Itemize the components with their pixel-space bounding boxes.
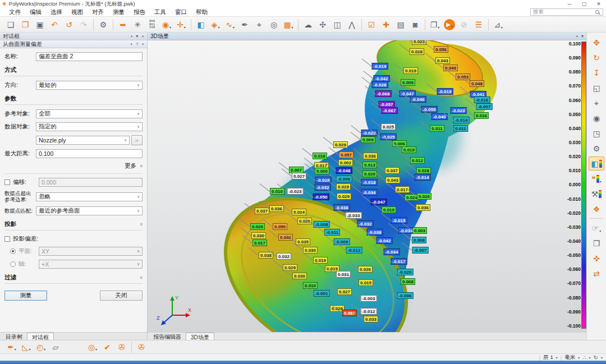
redo-icon[interactable]: ↷: [77, 18, 90, 31]
zoom-region-icon[interactable]: ◱: [589, 81, 604, 95]
zoom-hand-icon[interactable]: ⌖: [589, 96, 604, 110]
workspace-options-icon[interactable]: ⚙: [97, 18, 110, 31]
target-check-icon[interactable]: ✔: [100, 341, 114, 353]
zoom-analysis-icon[interactable]: ◎: [267, 18, 281, 31]
macro-window-icon[interactable]: ▦▾: [282, 18, 295, 31]
layer-selector[interactable]: 层 1: [543, 354, 553, 361]
close-dialog-button[interactable]: 关闭: [100, 291, 143, 301]
viewport-pin-icon[interactable]: ▪: [576, 34, 578, 39]
import-object-icon[interactable]: ➥: [116, 18, 130, 31]
direction-select[interactable]: 最短的∨: [36, 81, 143, 90]
robot-arm-icon[interactable]: ✇: [135, 341, 148, 353]
pin-icon[interactable]: ▪: [131, 34, 132, 39]
robot-arm-play-icon[interactable]: ✇: [115, 341, 128, 353]
dialog-help-icon[interactable]: ?: [136, 42, 138, 47]
clipping-cube-icon[interactable]: ◳: [589, 126, 604, 140]
dropdown-caret-icon[interactable]: ▾: [95, 347, 97, 351]
project-deviations-checkbox[interactable]: [4, 236, 10, 242]
align-star-icon[interactable]: ✳: [131, 18, 144, 31]
data-objects-select[interactable]: 指定的∨: [36, 122, 143, 131]
minimize-button[interactable]: ─: [562, 1, 577, 7]
camera-icon[interactable]: ◙: [408, 18, 422, 31]
edit-color-scale-icon[interactable]: ⚒: [589, 187, 604, 201]
points-display-icon[interactable]: ∴: [582, 354, 586, 361]
maximize-button[interactable]: ▢: [577, 1, 591, 7]
chevron-down-icon[interactable]: ▾: [578, 356, 580, 360]
viewport-caret-icon[interactable]: ▾: [581, 34, 584, 39]
menu-item-5[interactable]: 测量: [108, 8, 129, 16]
dialog-close-icon[interactable]: ×: [141, 42, 144, 47]
curve-analysis-icon[interactable]: ∿▾: [223, 18, 237, 31]
menu-item-9[interactable]: 帮助: [191, 8, 212, 16]
menu-item-1[interactable]: 编辑: [25, 8, 46, 16]
probe-tool-icon[interactable]: ✒▾: [5, 341, 19, 353]
menu-item-6[interactable]: 报告: [129, 8, 150, 16]
open-project-icon[interactable]: ❒: [19, 18, 32, 31]
chevron-down-icon[interactable]: ▾: [556, 356, 558, 360]
reference-objects-select[interactable]: 全部∨: [36, 109, 143, 118]
left-panel-tab[interactable]: 目录树: [1, 333, 27, 340]
dropdown-caret-icon[interactable]: ▾: [15, 347, 16, 351]
move-annotations-icon[interactable]: ❖: [589, 202, 604, 216]
name-input[interactable]: 偏差至曲面 2: [36, 52, 143, 61]
sequence-list-icon[interactable]: ☰: [472, 18, 485, 31]
flip-normals-icon[interactable]: ⇄: [589, 266, 604, 280]
chevron-down-icon[interactable]: ▾: [589, 356, 591, 360]
dropdown-caret-icon[interactable]: ▾: [184, 25, 186, 29]
caliper-icon[interactable]: ⋀: [345, 18, 359, 31]
probe-pen-icon[interactable]: ✒: [238, 18, 251, 31]
report-document-icon[interactable]: ❐▾: [428, 18, 442, 31]
color-scale-bar[interactable]: [581, 42, 586, 329]
play-inspection-icon[interactable]: ▶▾: [444, 19, 455, 30]
search-icon[interactable]: [595, 10, 599, 14]
search-input[interactable]: 搜索: [530, 8, 603, 16]
panel-menu-caret-icon[interactable]: ▾: [136, 34, 138, 39]
data-object-picker-select[interactable]: Nozzle.ply∨: [36, 136, 130, 145]
annotation-colorbar-icon[interactable]: ❝▾: [589, 172, 604, 186]
color-cube-icon[interactable]: ◧: [194, 18, 208, 31]
undo-icon[interactable]: ↶: [48, 18, 61, 31]
stop-hand-icon[interactable]: ⊘: [457, 18, 471, 31]
spray-gauge-icon[interactable]: ✣: [316, 18, 329, 31]
pick-object-button[interactable]: ☞: [131, 135, 143, 145]
align-view-to-plane-icon[interactable]: ↧: [589, 66, 604, 80]
panel-close-icon[interactable]: ×: [141, 34, 144, 39]
chart-plot-icon[interactable]: ⊿▾: [492, 18, 505, 31]
dropdown-caret-icon[interactable]: ▾: [218, 25, 219, 29]
chevron-down-icon[interactable]: ▾: [601, 356, 603, 360]
menu-item-0[interactable]: 文件: [4, 8, 25, 16]
display-options-icon[interactable]: ⚙: [589, 141, 604, 155]
dialog-pin-icon[interactable]: ▪: [131, 42, 132, 47]
collapse-chevron-icon[interactable]: «: [138, 164, 144, 167]
cloud-gauge-icon[interactable]: ☁: [301, 18, 315, 31]
targets-icon[interactable]: ◎▾: [86, 341, 99, 353]
dropdown-caret-icon[interactable]: ▾: [29, 347, 30, 351]
probe-device-icon[interactable]: ⌖: [252, 18, 266, 31]
scanner-tool-icon[interactable]: ◺▾: [20, 341, 33, 353]
report-checklist-icon[interactable]: ☑: [365, 18, 378, 31]
left-panel-tab[interactable]: 对话框: [27, 333, 54, 340]
menu-item-2[interactable]: 选择: [46, 8, 67, 16]
measure-button[interactable]: 测量: [4, 291, 47, 301]
alignment-sphere-icon[interactable]: ◉▾: [160, 18, 173, 31]
more-link[interactable]: 更多: [125, 162, 136, 170]
compare-gauge-icon[interactable]: ◈▾: [209, 18, 222, 31]
refresh-icon[interactable]: ↻: [594, 354, 598, 361]
point-matching-select[interactable]: 最近的参考曲面∨: [36, 206, 143, 215]
scene-3d[interactable]: 0.0230.0280.0560.0430.0490.0530.048-0.01…: [148, 40, 586, 332]
expand-chevron-icon[interactable]: »: [138, 276, 144, 279]
save-project-icon[interactable]: ▣: [33, 18, 47, 31]
dropdown-caret-icon[interactable]: ▾: [600, 179, 602, 183]
dropdown-caret-icon[interactable]: ▾: [599, 229, 601, 233]
menu-item-8[interactable]: 窗口: [171, 8, 191, 16]
colormap-icon[interactable]: ◧: [589, 156, 604, 171]
units-selector[interactable]: 毫米: [564, 354, 575, 361]
dropdown-caret-icon[interactable]: ▾: [44, 347, 45, 351]
dropdown-caret-icon[interactable]: ▾: [292, 25, 293, 29]
dropdown-caret-icon[interactable]: ▾: [501, 25, 503, 29]
pick-hand-icon[interactable]: ☞▾: [589, 221, 604, 235]
dropdown-caret-icon[interactable]: ▾: [451, 24, 453, 28]
rotate-view-icon[interactable]: ↻: [589, 50, 604, 64]
plane-radio[interactable]: [10, 248, 16, 254]
new-project-icon[interactable]: ❏: [4, 18, 17, 31]
